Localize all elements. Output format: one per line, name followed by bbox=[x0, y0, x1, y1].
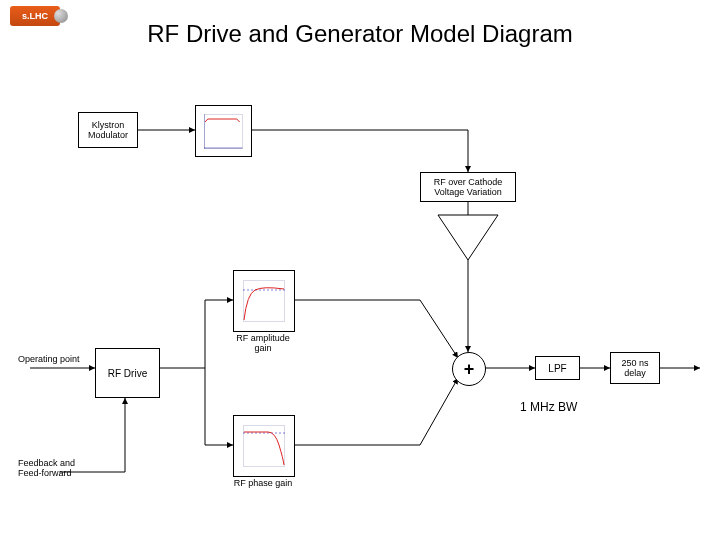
label-operating-point: Operating point bbox=[18, 354, 80, 364]
label-rf-phase-gain: RF phase gain bbox=[228, 478, 298, 488]
summer-node: + bbox=[452, 352, 486, 386]
block-delay: 250 ns delay bbox=[610, 352, 660, 384]
label-feedback: Feedback and Feed-forward bbox=[18, 458, 75, 478]
svg-marker-2 bbox=[438, 215, 498, 260]
label-rf-amp-gain: RF amplitude gain bbox=[233, 333, 293, 353]
block-klystron-modulator: Klystron Modulator bbox=[78, 112, 138, 148]
page-title: RF Drive and Generator Model Diagram bbox=[0, 20, 720, 48]
annotation-bandwidth: 1 MHz BW bbox=[520, 400, 577, 414]
block-rf-over-cathode: RF over Cathode Voltage Variation bbox=[420, 172, 516, 202]
plot-klystron-output bbox=[195, 105, 252, 157]
block-lpf: LPF bbox=[535, 356, 580, 380]
block-rf-drive: RF Drive bbox=[95, 348, 160, 398]
diagram-wires bbox=[0, 0, 720, 540]
plot-rf-phase-gain bbox=[233, 415, 295, 477]
plot-rf-amplitude-gain bbox=[233, 270, 295, 332]
